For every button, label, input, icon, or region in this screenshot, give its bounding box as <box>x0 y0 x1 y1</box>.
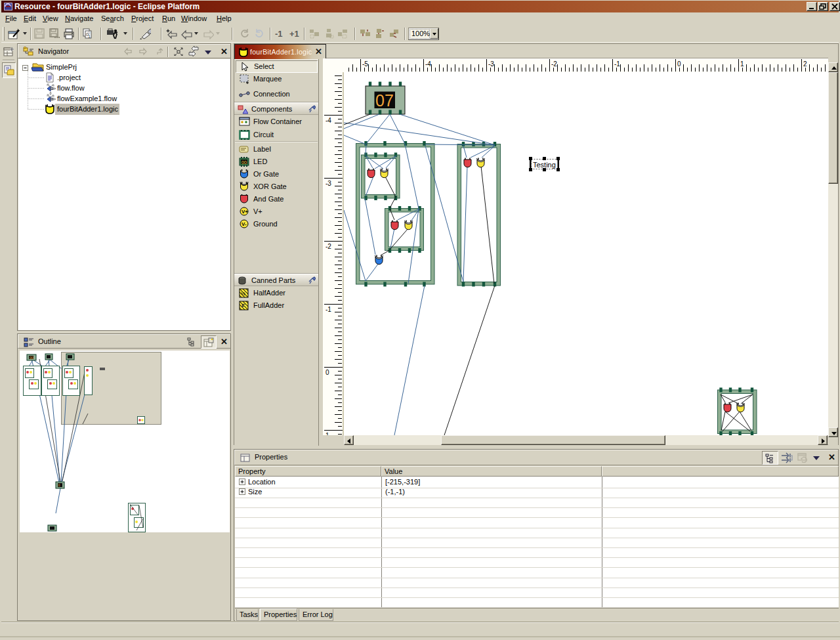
svg-text:V+: V+ <box>242 209 248 215</box>
svg-text:½: ½ <box>241 291 245 297</box>
svg-text:00: 00 <box>30 356 33 360</box>
svg-text:-2: -2 <box>326 243 331 250</box>
svg-text:-1: -1 <box>614 60 620 68</box>
svg-text:-4: -4 <box>425 60 431 68</box>
svg-text:-1: -1 <box>326 306 331 313</box>
svg-text:0: 0 <box>58 483 60 487</box>
svg-text:-4: -4 <box>326 117 331 124</box>
svg-text:00: 00 <box>242 160 247 165</box>
svg-text:1: 1 <box>326 432 329 435</box>
svg-text:-2: -2 <box>551 60 557 68</box>
svg-text:07: 07 <box>375 91 394 110</box>
svg-text:-5: -5 <box>362 60 368 68</box>
svg-text:V-: V- <box>242 221 247 227</box>
svg-text:0: 0 <box>326 369 329 376</box>
svg-text:0: 0 <box>677 60 681 68</box>
svg-text:-3: -3 <box>326 180 331 187</box>
svg-text:1: 1 <box>740 60 744 68</box>
svg-text:1: 1 <box>88 34 91 39</box>
svg-text:2: 2 <box>803 60 807 68</box>
svg-text:Testing: Testing <box>533 161 556 169</box>
svg-text:-3: -3 <box>488 60 494 68</box>
svg-text:F: F <box>242 303 245 309</box>
